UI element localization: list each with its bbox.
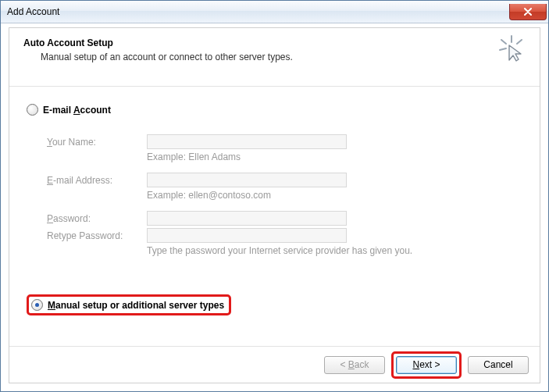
- dialog-content: Auto Account Setup Manual setup of an ac…: [9, 27, 540, 383]
- password-label: Password:: [47, 213, 141, 224]
- header-area: Auto Account Setup Manual setup of an ac…: [9, 28, 540, 86]
- back-button: < Back: [324, 356, 385, 374]
- add-account-window: Add Account Auto Account Setup Manual se…: [0, 0, 549, 392]
- svg-line-1: [501, 40, 506, 44]
- retype-password-input: [147, 228, 347, 243]
- svg-line-2: [517, 40, 522, 44]
- retype-password-label: Retype Password:: [47, 230, 141, 241]
- cancel-button[interactable]: Cancel: [468, 356, 529, 374]
- next-button-highlight: Next >: [391, 351, 462, 379]
- manual-setup-highlight: Manual setup or additional server types: [27, 294, 231, 315]
- header-title: Auto Account Setup: [23, 37, 526, 48]
- close-button[interactable]: [509, 4, 547, 20]
- cursor-star-icon: [497, 34, 526, 62]
- email-example: Example: ellen@contoso.com: [147, 190, 350, 208]
- next-button[interactable]: Next >: [396, 356, 457, 374]
- email-account-radio[interactable]: [27, 104, 38, 116]
- window-title: Add Account: [7, 6, 59, 17]
- footer-buttons: < Back Next > Cancel: [9, 346, 540, 383]
- email-account-option[interactable]: E-mail Account: [27, 104, 522, 116]
- close-icon: [523, 8, 533, 16]
- email-input: [147, 173, 347, 187]
- header-subtitle: Manual setup of an account or connect to…: [41, 52, 526, 62]
- your-name-input: [147, 134, 347, 149]
- account-form: Your Name: Example: Ellen Adams E-mail A…: [47, 134, 522, 264]
- email-label: E-mail Address:: [47, 175, 141, 186]
- your-name-label: Your Name:: [47, 137, 141, 148]
- body-area: E-mail Account Your Name: Example: Ellen…: [9, 87, 540, 264]
- manual-setup-radio[interactable]: [31, 299, 43, 311]
- titlebar: Add Account: [1, 1, 548, 23]
- your-name-example: Example: Ellen Adams: [147, 151, 350, 170]
- svg-line-3: [500, 48, 506, 50]
- manual-setup-option[interactable]: Manual setup or additional server types: [27, 294, 231, 315]
- manual-setup-label[interactable]: Manual setup or additional server types: [48, 300, 224, 311]
- password-hint: Type the password your Internet service …: [147, 245, 444, 264]
- password-input: [147, 211, 347, 226]
- email-account-label[interactable]: E-mail Account: [43, 105, 111, 116]
